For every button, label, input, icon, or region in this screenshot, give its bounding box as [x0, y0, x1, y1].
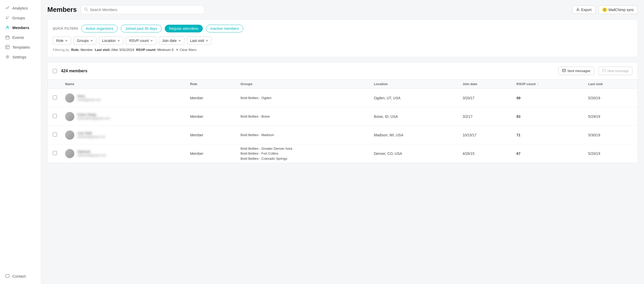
chart-icon — [5, 6, 10, 10]
groups-label: Groups — [77, 39, 89, 43]
chip-inactive-members[interactable]: Inactive members — [206, 25, 243, 32]
settings-icon — [5, 55, 10, 59]
sidebar-templates-label: Templates — [12, 45, 30, 49]
search-icon — [84, 7, 88, 12]
group-line: Bold Betties - Fort Collins — [241, 151, 366, 156]
member-email: deborah@gmail.com — [77, 154, 106, 157]
sidebar-members-label: Members — [12, 25, 29, 30]
table-row: Lisa Todd lisatodd@gmail.com MemberBold … — [48, 126, 638, 144]
member-name: Deborah — [77, 150, 106, 154]
new-message-button[interactable]: New message — [598, 67, 632, 75]
select-all-checkbox[interactable] — [53, 69, 57, 73]
sidebar-item-analytics[interactable]: Analytics — [0, 3, 41, 13]
svg-point-13 — [7, 56, 8, 58]
sidebar-events-label: Events — [12, 35, 24, 40]
member-name: Karen Sharp — [77, 113, 110, 117]
svg-rect-10 — [6, 45, 9, 49]
member-name: Nora — [77, 94, 101, 98]
sidebar-item-members[interactable]: Members — [0, 23, 41, 32]
col-role[interactable]: Role — [186, 79, 236, 89]
member-rsvp-count: 67 — [512, 144, 584, 163]
quick-filters-label: QUICK FILTERS — [53, 27, 78, 30]
member-last-visit: 5/20/19 — [584, 89, 638, 107]
table-row: Karen Sharp karenalerts@gmail.com Member… — [48, 107, 638, 126]
filter-groups[interactable]: Groups — [74, 37, 96, 45]
member-rsvp-count: 99 — [512, 89, 584, 107]
svg-point-5 — [7, 26, 8, 28]
member-name: Lisa Todd — [77, 131, 105, 135]
avatar — [65, 130, 74, 140]
templates-icon — [5, 45, 10, 49]
contact-icon — [5, 274, 10, 278]
filter-role[interactable]: Role — [53, 37, 71, 45]
table-row: Nora nora@gmail.com MemberBold Betties -… — [48, 89, 638, 107]
search-input[interactable] — [90, 8, 201, 12]
export-label: Export — [581, 8, 591, 12]
row-checkbox[interactable] — [53, 114, 57, 118]
mailchimp-button[interactable]: 🐒 MailChimp sync — [598, 5, 638, 14]
last-visit-label: Last visit — [190, 39, 204, 43]
export-button[interactable]: Export — [572, 5, 595, 14]
svg-rect-16 — [562, 69, 565, 72]
member-name-cell: Karen Sharp karenalerts@gmail.com — [61, 107, 186, 126]
groups-icon — [5, 15, 10, 20]
member-groups: Bold Betties - Boise — [237, 107, 370, 126]
sidebar-item-events[interactable]: Events — [0, 32, 41, 42]
sidebar-item-groups[interactable]: Groups — [0, 13, 41, 23]
col-groups[interactable]: Groups — [237, 79, 370, 89]
member-rsvp-count: 83 — [512, 107, 584, 126]
col-name[interactable]: Name — [61, 79, 186, 89]
avatar — [65, 112, 74, 121]
col-rsvp-count[interactable]: RSVP count ↑ — [512, 79, 584, 89]
col-checkbox — [48, 79, 61, 89]
clear-filters-label: Clear filters — [180, 48, 197, 52]
members-icon — [5, 25, 10, 30]
member-role: Member — [186, 107, 236, 126]
group-line: Bold Betties - Colorado Springs — [241, 156, 366, 161]
filter-last-visit[interactable]: Last visit — [187, 37, 212, 45]
chip-joined-past-30[interactable]: Joined past 30 days — [121, 25, 162, 32]
group-line: Bold Betties - Madison — [241, 132, 366, 138]
members-table: Name Role Groups Location Join date RSVP… — [48, 79, 638, 163]
filter-join-date[interactable]: Join date — [159, 37, 184, 45]
quick-filters: QUICK FILTERS Active organizers Joined p… — [53, 25, 632, 32]
row-checkbox[interactable] — [53, 151, 57, 155]
member-last-visit: 5/20/19 — [584, 144, 638, 163]
svg-rect-17 — [603, 69, 606, 72]
rsvp-count-label: RSVP count — [129, 39, 149, 43]
avatar — [65, 93, 74, 103]
sidebar-item-contact[interactable]: Contact — [0, 271, 41, 281]
sidebar-item-settings[interactable]: Settings — [0, 52, 41, 62]
member-role: Member — [186, 89, 236, 107]
sent-messages-button[interactable]: Sent messages — [558, 67, 594, 75]
col-last-visit[interactable]: Last visit — [584, 79, 638, 89]
page-title: Members — [47, 6, 77, 14]
svg-line-15 — [87, 10, 88, 11]
sidebar-contact-label: Contact — [12, 274, 26, 278]
member-name-cell: Nora nora@gmail.com — [61, 89, 186, 107]
sidebar-groups-label: Groups — [12, 16, 25, 20]
member-email: lisatodd@gmail.com — [77, 135, 105, 139]
col-join-date[interactable]: Join date — [458, 79, 512, 89]
filter-rsvp-count[interactable]: RSVP count — [126, 37, 156, 45]
sidebar-item-templates[interactable]: Templates — [0, 42, 41, 52]
row-checkbox[interactable] — [53, 132, 57, 137]
filter-location[interactable]: Location — [99, 37, 123, 45]
member-groups: Bold Betties - Madison — [237, 126, 370, 144]
join-date-label: Join date — [162, 39, 177, 43]
member-location: Denver, CO, USA — [370, 144, 458, 163]
member-groups: Bold Betties - Greater Denver AreaBold B… — [237, 144, 370, 163]
chip-active-organizers[interactable]: Active organizers — [81, 25, 118, 32]
row-checkbox[interactable] — [53, 95, 57, 100]
filter-dropdowns: Role Groups Location RSVP count Join dat… — [53, 37, 632, 45]
member-email: nora@gmail.com — [77, 98, 101, 102]
table-row: Deborah deborah@gmail.com MemberBold Bet… — [48, 144, 638, 163]
chip-regular-attendees[interactable]: Regular attendees — [165, 25, 203, 32]
page-header: Members — [47, 5, 638, 14]
clear-filters-button[interactable]: ✕ Clear filters — [176, 48, 197, 52]
col-location[interactable]: Location — [370, 79, 458, 89]
mailchimp-icon: 🐒 — [602, 7, 607, 12]
search-bar[interactable] — [81, 5, 204, 14]
member-location: Madison, WI, USA — [370, 126, 458, 144]
sent-messages-label: Sent messages — [567, 69, 590, 73]
